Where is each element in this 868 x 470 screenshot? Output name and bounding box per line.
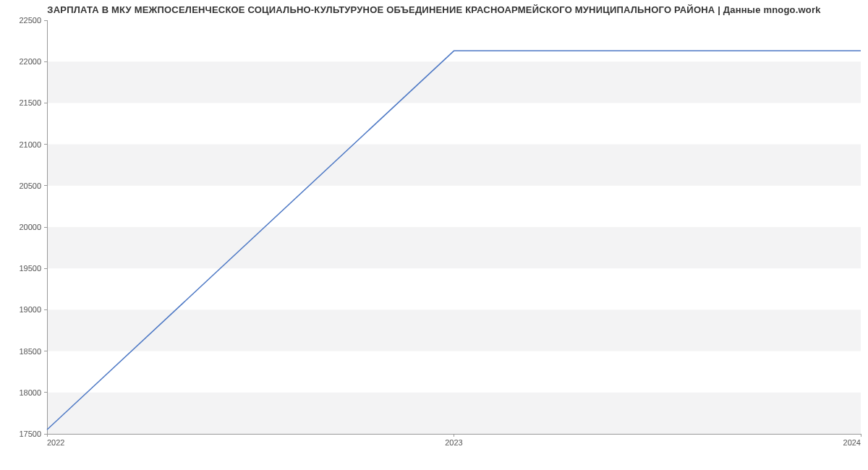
svg-text:2022: 2022 bbox=[47, 438, 64, 447]
svg-text:2024: 2024 bbox=[843, 438, 861, 447]
svg-text:17500: 17500 bbox=[19, 430, 41, 438]
svg-rect-3 bbox=[47, 145, 861, 186]
svg-text:19500: 19500 bbox=[19, 264, 41, 273]
svg-text:19000: 19000 bbox=[19, 305, 41, 314]
svg-rect-0 bbox=[47, 393, 861, 434]
svg-text:21000: 21000 bbox=[19, 140, 41, 149]
svg-text:21500: 21500 bbox=[19, 98, 41, 107]
svg-text:20000: 20000 bbox=[19, 223, 41, 231]
svg-text:18500: 18500 bbox=[19, 347, 41, 356]
svg-text:18000: 18000 bbox=[19, 388, 41, 397]
svg-rect-2 bbox=[47, 227, 861, 268]
svg-text:20500: 20500 bbox=[19, 181, 41, 190]
chart-svg: 1750018000185001900019500200002050021000… bbox=[0, 0, 868, 470]
svg-text:22500: 22500 bbox=[19, 16, 41, 25]
chart-container: ЗАРПЛАТА В МКУ МЕЖПОСЕЛЕНЧЕСКОЕ СОЦИАЛЬН… bbox=[0, 0, 868, 470]
svg-text:22000: 22000 bbox=[19, 57, 41, 66]
svg-text:2023: 2023 bbox=[445, 438, 462, 447]
svg-rect-4 bbox=[47, 61, 861, 103]
